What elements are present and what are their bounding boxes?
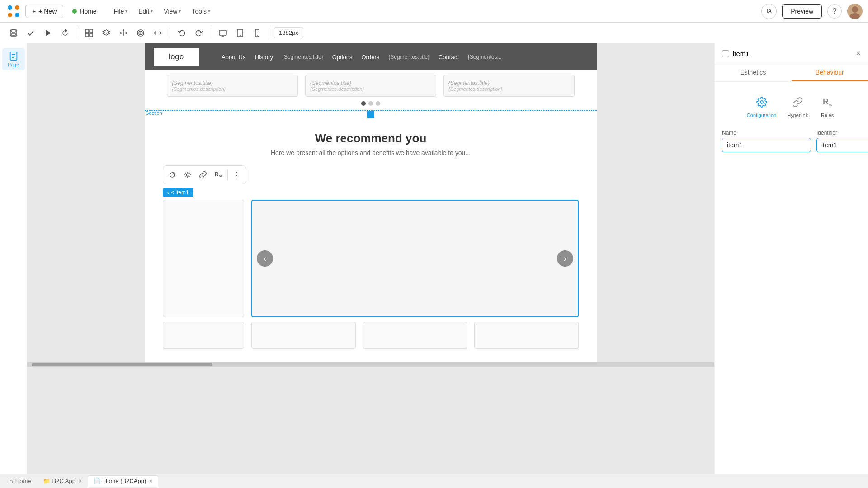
- nav-options[interactable]: Options: [332, 54, 353, 61]
- section-divider-container: Section: [145, 110, 597, 118]
- rp-item-title: item1: [722, 50, 750, 57]
- refresh-icon[interactable]: [58, 26, 72, 40]
- ft-separator: [227, 169, 228, 180]
- nav-about[interactable]: About Us: [222, 54, 245, 61]
- rp-identifier-input[interactable]: [816, 138, 868, 152]
- rp-header: item1 ×: [715, 43, 868, 64]
- rp-tabs: Esthetics Behaviour: [715, 64, 868, 82]
- nav-contact[interactable]: Contact: [439, 54, 459, 61]
- dot-2[interactable]: [368, 101, 373, 106]
- home-tab[interactable]: Home: [67, 5, 102, 18]
- separator: [269, 28, 269, 38]
- ft-rules-btn[interactable]: R∞: [211, 168, 226, 182]
- left-sidebar: Page: [0, 43, 27, 474]
- connections-icon[interactable]: [116, 26, 131, 40]
- btab-b2capp[interactable]: 📁 B2C App ×: [37, 475, 88, 487]
- mobile-icon[interactable]: [250, 26, 264, 40]
- svg-point-3: [15, 13, 19, 17]
- config-icon-label: Configuration: [747, 113, 776, 118]
- rp-name-group: Name: [722, 130, 811, 152]
- preview-button[interactable]: Preview: [782, 4, 822, 19]
- svg-point-35: [186, 174, 189, 176]
- user-avatar[interactable]: [847, 4, 863, 19]
- menu-bar: File ▾ Edit ▾ View ▾ Tools ▾: [109, 5, 215, 18]
- play-icon[interactable]: [41, 26, 55, 40]
- plus-icon: +: [32, 8, 36, 15]
- svg-rect-10: [85, 29, 89, 33]
- layers-icon[interactable]: [99, 26, 113, 40]
- check-icon[interactable]: [24, 26, 38, 40]
- sidebar-item-page[interactable]: Page: [2, 48, 25, 70]
- rp-rules-icon[interactable]: R∞ Rules: [819, 94, 836, 118]
- topbar: + + New Home File ▾ Edit ▾ View ▾ Tools …: [0, 0, 868, 23]
- svg-point-27: [240, 35, 241, 36]
- svg-rect-11: [90, 29, 93, 33]
- rp-form-row: Name Identifier: [722, 130, 861, 152]
- ft-refresh-btn[interactable]: [165, 168, 179, 182]
- canvas-area[interactable]: logo About Us History {Segmentos.title} …: [27, 43, 714, 474]
- svg-rect-13: [90, 33, 93, 37]
- view-menu[interactable]: View ▾: [159, 5, 185, 18]
- ft-settings-btn[interactable]: [180, 168, 195, 182]
- page-nav-items: About Us History {Segmentos.title} Optio…: [222, 54, 501, 61]
- rp-name-input[interactable]: [722, 138, 811, 152]
- new-label: + New: [38, 8, 57, 15]
- ft-link-btn[interactable]: [196, 168, 210, 182]
- target-icon[interactable]: [133, 26, 148, 40]
- dot-3[interactable]: [376, 101, 380, 106]
- nav-seg1[interactable]: {Segmentos.title}: [282, 54, 323, 61]
- floating-toolbar-area: R∞ ⋮: [163, 165, 579, 184]
- rp-close-button[interactable]: ×: [856, 49, 861, 58]
- edit-menu[interactable]: Edit ▾: [134, 5, 157, 18]
- btab-home-b2c-close[interactable]: ×: [149, 478, 152, 484]
- rp-checkbox[interactable]: [722, 50, 729, 57]
- desktop-icon[interactable]: [216, 26, 230, 40]
- canvas-scroll[interactable]: logo About Us History {Segmentos.title} …: [27, 43, 714, 474]
- svg-rect-6: [10, 30, 17, 36]
- undo-icon[interactable]: [175, 26, 189, 40]
- svg-point-1: [15, 5, 19, 10]
- selected-carousel[interactable]: ‹ ›: [251, 200, 579, 317]
- item1-label-tag[interactable]: ‹ < item1: [163, 188, 193, 197]
- scrollbar-thumb[interactable]: [32, 363, 212, 366]
- section-handle[interactable]: [367, 111, 374, 118]
- ia-button[interactable]: IA: [761, 4, 777, 19]
- rp-identifier-label: Identifier: [816, 130, 868, 136]
- svg-point-29: [257, 35, 258, 36]
- help-button[interactable]: ?: [827, 4, 842, 19]
- btab-home[interactable]: ⌂ Home: [4, 475, 37, 487]
- separator: [211, 28, 211, 38]
- components-icon[interactable]: [82, 26, 96, 40]
- nav-seg3[interactable]: {Segmentos...: [468, 54, 502, 61]
- btab-b2c-close[interactable]: ×: [79, 478, 82, 484]
- redo-icon[interactable]: [192, 26, 206, 40]
- code-icon[interactable]: [151, 26, 165, 40]
- horizontal-scrollbar[interactable]: [27, 362, 714, 367]
- config-icon-circle: [753, 94, 770, 111]
- nav-history[interactable]: History: [255, 54, 273, 61]
- dot-1[interactable]: [361, 101, 366, 106]
- rp-configuration-icon[interactable]: Configuration: [747, 94, 776, 118]
- tab-behaviour[interactable]: Behaviour: [792, 64, 868, 81]
- carousel-next-btn[interactable]: ›: [557, 250, 573, 267]
- tablet-icon[interactable]: [233, 26, 247, 40]
- left-card: [163, 200, 244, 317]
- btab-home-b2capp[interactable]: 📄 Home (B2CApp) ×: [88, 475, 158, 487]
- rules-icon-circle: R∞: [819, 94, 836, 111]
- svg-point-22: [140, 32, 142, 33]
- tab-esthetics[interactable]: Esthetics: [715, 64, 792, 81]
- nav-orders[interactable]: Orders: [361, 54, 379, 61]
- tools-menu[interactable]: Tools ▾: [187, 5, 215, 18]
- nav-seg2[interactable]: {Segmentos.title}: [388, 54, 429, 61]
- carousel-prev-btn[interactable]: ‹: [257, 250, 273, 267]
- save-icon[interactable]: [6, 26, 21, 40]
- home-label: Home: [80, 8, 96, 15]
- section-tag: Section: [145, 110, 163, 116]
- ft-more-btn[interactable]: ⋮: [230, 168, 244, 182]
- rp-hyperlink-icon[interactable]: Hyperlink: [787, 94, 808, 118]
- new-button[interactable]: + + New: [25, 5, 63, 18]
- bottom-cards-row: [163, 322, 579, 349]
- file-menu[interactable]: File ▾: [109, 5, 132, 18]
- svg-rect-8: [12, 33, 15, 36]
- recommend-subtitle: Here we present all the options and bene…: [163, 149, 579, 156]
